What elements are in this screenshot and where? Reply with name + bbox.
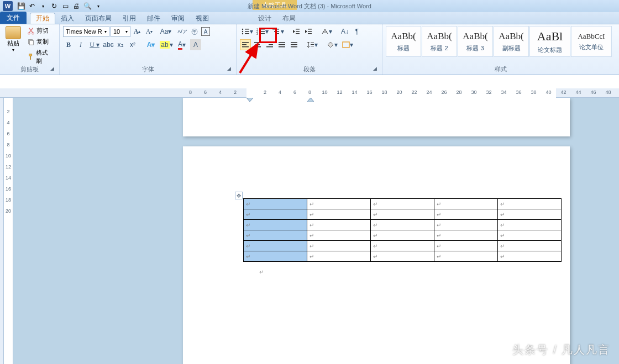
table-cell[interactable]: ↵ (498, 199, 562, 209)
cut-button[interactable]: 剪切 (25, 26, 56, 35)
table-cell[interactable]: ↵ (434, 251, 498, 262)
table-cell[interactable]: ↵ (244, 199, 307, 209)
increase-indent-button[interactable] (303, 26, 314, 37)
tab-view[interactable]: 视图 (190, 13, 214, 24)
decrease-indent-button[interactable] (291, 26, 302, 37)
subscript-button[interactable]: x₂ (115, 39, 126, 50)
new-document-icon[interactable]: ▭ (61, 2, 70, 10)
table-cell[interactable]: ↵ (434, 241, 498, 251)
text-effects-button[interactable]: A▾ (144, 39, 158, 50)
strikethrough-button[interactable]: abc (103, 39, 114, 50)
tab-table-layout[interactable]: 布局 (277, 13, 301, 24)
distributed-button[interactable] (288, 39, 300, 50)
tab-review[interactable]: 审阅 (166, 13, 190, 24)
undo-icon[interactable]: ↶ (28, 2, 36, 10)
table-cell[interactable]: ↵ (244, 241, 307, 251)
table-cell[interactable]: ↵ (498, 241, 562, 251)
table-cell[interactable]: ↵ (307, 241, 371, 251)
table-cell[interactable]: ↵ (307, 209, 371, 220)
style-item-4[interactable]: AaBl论文标题 (529, 26, 570, 57)
table-row[interactable]: ↵↵↵↵↵ (244, 220, 562, 230)
style-item-2[interactable]: AaBb(标题 3 (458, 26, 493, 57)
save-icon[interactable]: 💾 (17, 2, 25, 10)
vertical-ruler[interactable]: 2468101214161820 (3, 98, 13, 364)
table-cell[interactable]: ↵ (244, 209, 307, 220)
table-cell[interactable]: ↵ (434, 230, 498, 241)
align-center-button[interactable] (252, 39, 263, 50)
table-row[interactable]: ↵↵↵↵↵ (244, 251, 562, 262)
change-case-button[interactable]: Aa▾ (160, 26, 171, 37)
table-cell[interactable]: ↵ (371, 241, 434, 251)
enclose-characters-button[interactable]: ㊥ (189, 26, 200, 37)
table-row[interactable]: ↵↵↵↵↵ (244, 209, 562, 220)
bold-button[interactable]: B (63, 39, 74, 50)
table-cell[interactable]: ↵ (307, 230, 371, 241)
multilevel-list-button[interactable]: ▾ (271, 26, 285, 37)
table-cell[interactable]: ↵ (498, 220, 562, 230)
highlight-button[interactable]: ab▾ (159, 39, 174, 50)
table-row[interactable]: ↵↵↵↵↵ (244, 241, 562, 251)
table-cell[interactable]: ↵ (244, 251, 307, 262)
table-cell[interactable]: ↵ (371, 209, 434, 220)
table-cell[interactable]: ↵ (307, 220, 371, 230)
right-indent-marker[interactable] (307, 94, 314, 104)
clipboard-launcher-icon[interactable]: ◢ (50, 66, 57, 72)
document-page[interactable]: ✥ ↵↵↵↵↵↵↵↵↵↵↵↵↵↵↵↵↵↵↵↵↵↵↵↵↵↵↵↵↵↵ ↵ (183, 146, 570, 364)
styles-gallery[interactable]: AaBb(标题AaBb(标题 2AaBb(标题 3AaBb(副标题AaBl论文标… (386, 26, 616, 57)
table-cell[interactable]: ↵ (371, 220, 434, 230)
paragraph-launcher-icon[interactable]: ◢ (373, 66, 380, 72)
table-cell[interactable]: ↵ (307, 199, 371, 209)
table-cell[interactable]: ↵ (244, 230, 307, 241)
table-cell[interactable]: ↵ (434, 209, 498, 220)
font-name-combo[interactable]: Times New R▾ (63, 26, 109, 37)
table-cell[interactable]: ↵ (498, 251, 562, 262)
style-item-3[interactable]: AaBb(副标题 (494, 26, 529, 57)
tab-references[interactable]: 引用 (117, 13, 141, 24)
tab-home[interactable]: 开始 (30, 13, 55, 24)
table-cell[interactable]: ↵ (498, 230, 562, 241)
justify-button[interactable] (276, 39, 287, 50)
style-item-1[interactable]: AaBb(标题 2 (422, 26, 457, 57)
numbering-button[interactable]: 123▾ (255, 26, 270, 37)
table-cell[interactable]: ↵ (371, 230, 434, 241)
qat-customize-icon[interactable]: ▾ (94, 2, 103, 10)
tab-table-design[interactable]: 设计 (253, 13, 277, 24)
table-cell[interactable]: ↵ (371, 199, 434, 209)
paste-button[interactable]: 粘贴 ▾ (3, 26, 23, 52)
font-launcher-icon[interactable]: ◢ (227, 66, 234, 72)
table-cell[interactable]: ↵ (434, 220, 498, 230)
character-border-button[interactable]: A (201, 27, 210, 36)
table-cell[interactable]: ↵ (307, 251, 371, 262)
italic-button[interactable]: I (75, 39, 86, 50)
superscript-button[interactable]: x² (127, 39, 138, 50)
print-icon[interactable]: 🖨 (72, 2, 81, 10)
show-marks-button[interactable]: ¶ (352, 26, 363, 37)
table-row[interactable]: ↵↵↵↵↵ (244, 199, 562, 209)
page-viewport[interactable]: ✥ ↵↵↵↵↵↵↵↵↵↵↵↵↵↵↵↵↵↵↵↵↵↵↵↵↵↵↵↵↵↵ ↵ (13, 98, 619, 364)
tab-page-layout[interactable]: 页面布局 (80, 13, 117, 24)
file-tab[interactable]: 文件 (0, 12, 27, 24)
table-cell[interactable]: ↵ (371, 251, 434, 262)
table-cell[interactable]: ↵ (244, 220, 307, 230)
shrink-font-button[interactable]: A▾ (144, 26, 155, 37)
horizontal-ruler[interactable]: 8642246810121416182022242628303234363840… (0, 88, 619, 98)
document-table[interactable]: ↵↵↵↵↵↵↵↵↵↵↵↵↵↵↵↵↵↵↵↵↵↵↵↵↵↵↵↵↵↵ (243, 198, 562, 262)
sort-button[interactable]: A↓ (339, 26, 350, 37)
align-left-button[interactable] (240, 39, 251, 50)
shading-button[interactable]: ▾ (325, 39, 339, 50)
grow-font-button[interactable]: A▴ (132, 26, 143, 37)
table-move-handle[interactable]: ✥ (235, 192, 243, 199)
redo-icon[interactable]: ↻ (50, 2, 59, 10)
font-size-combo[interactable]: 10▾ (111, 26, 130, 37)
asian-layout-button[interactable]: ▾ (319, 26, 334, 37)
tab-mailings[interactable]: 邮件 (141, 13, 166, 24)
style-item-5[interactable]: AaBbCcI论文单位 (571, 26, 612, 57)
phonetic-guide-button[interactable]: A/ア (177, 26, 188, 37)
style-item-0[interactable]: AaBb(标题 (386, 26, 421, 57)
tab-insert[interactable]: 插入 (55, 13, 80, 24)
character-shading-button[interactable]: A (190, 39, 201, 50)
format-painter-button[interactable]: 格式刷 (25, 48, 56, 66)
left-indent-marker[interactable] (246, 94, 253, 104)
underline-button[interactable]: U ▾ (87, 39, 102, 50)
table-cell[interactable]: ↵ (498, 209, 562, 220)
